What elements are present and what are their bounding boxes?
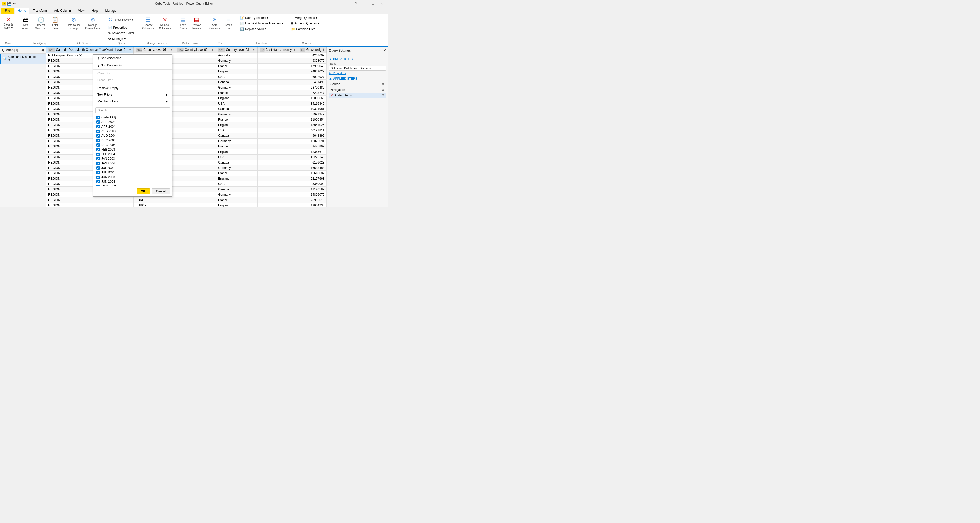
close-apply-btn[interactable]: ✕ Close &Apply ▾ — [2, 15, 14, 30]
col-header-gross-weight[interactable]: 1.2 Gross weight — [298, 47, 326, 53]
filter-ok-btn[interactable]: OK — [137, 188, 150, 194]
tab-file[interactable]: File — [1, 8, 14, 14]
filter-cancel-btn[interactable]: Cancel — [152, 188, 170, 194]
sort-descending-item[interactable]: ↓ Sort Descending — [94, 62, 172, 69]
filter-item-dec2004[interactable]: DEC 2004 — [95, 143, 170, 147]
group-by-btn[interactable]: ≡ GroupBy — [223, 15, 234, 31]
remove-empty-item[interactable]: Remove Empty — [94, 85, 172, 91]
keep-rows-btn[interactable]: ▤ KeepRows ▾ — [177, 15, 189, 31]
save-icon[interactable]: 💾 — [7, 2, 11, 6]
col-header-country-01[interactable]: ABC Country.Level 01 ▼ — [134, 47, 175, 53]
filter-apr2004-checkbox[interactable] — [97, 125, 100, 128]
minimize-btn[interactable]: ─ — [360, 1, 369, 6]
ribbon-group-transform: 📝 Data Type: Text ▾ 📊 Use First Row as H… — [236, 15, 287, 45]
tab-home[interactable]: Home — [14, 8, 29, 14]
filter-search-input[interactable] — [95, 107, 170, 113]
filter-item-feb2003[interactable]: FEB 2003 — [95, 147, 170, 152]
filter-item-jun2003[interactable]: JUN 2003 — [95, 175, 170, 180]
filter-select-all-checkbox[interactable] — [97, 116, 100, 119]
step-navigation[interactable]: Navigation ⚙ — [329, 87, 386, 92]
tab-view[interactable]: View — [75, 8, 88, 14]
col-header-cost-stats[interactable]: 1.2 Cost stats currency ▼ — [257, 47, 298, 53]
maximize-btn[interactable]: □ — [369, 1, 377, 6]
filter-item-jan2003[interactable]: JAN 2003 — [95, 156, 170, 161]
filter-jun2004-checkbox[interactable] — [97, 180, 100, 183]
step-navigation-gear-icon[interactable]: ⚙ — [382, 88, 384, 92]
undo-icon[interactable]: ↩ — [12, 2, 16, 6]
col-filter-cal-year-btn[interactable]: ▼ — [129, 48, 131, 51]
filter-jan2004-checkbox[interactable] — [97, 162, 100, 165]
tab-manage[interactable]: Manage — [102, 8, 119, 14]
properties-btn[interactable]: 📄 Properties — [107, 25, 129, 30]
new-source-btn[interactable]: 🗃 NewSource ▾ — [19, 15, 32, 31]
filter-jan2003-checkbox[interactable] — [97, 157, 100, 161]
filter-dec2004-checkbox[interactable] — [97, 143, 100, 147]
filter-item-jul2004[interactable]: JUL 2004 — [95, 170, 170, 175]
data-source-settings-btn[interactable]: ⚙ Data sourcesettings — [65, 15, 83, 31]
step-added-items-gear-icon[interactable]: ⚙ — [382, 94, 384, 97]
step-added-items-delete-icon[interactable]: ✕ — [331, 94, 333, 97]
col-filter-country-01-btn[interactable]: ▼ — [170, 48, 172, 51]
recent-sources-btn[interactable]: 🕒 RecentSources ▾ — [33, 15, 48, 31]
filter-item-aug2004[interactable]: AUG 2004 — [95, 134, 170, 138]
manage-btn[interactable]: ⚙ Manage ▾ — [107, 36, 127, 41]
filter-jul2004-checkbox[interactable] — [97, 171, 100, 174]
filter-select-all[interactable]: (Select All) — [95, 115, 170, 120]
filter-item-mar1030[interactable]: MAR 1030 — [95, 184, 170, 186]
step-source[interactable]: Source ⚙ — [329, 81, 386, 87]
refresh-preview-btn[interactable]: ↻ Refresh Preview ▾ — [107, 15, 135, 24]
close-btn[interactable]: ✕ — [378, 1, 386, 6]
tab-transform[interactable]: Transform — [30, 8, 50, 14]
data-type-btn[interactable]: 📝 Data Type: Text ▾ — [239, 15, 270, 21]
manage-parameters-btn[interactable]: ⚙ ManageParameters ▾ — [83, 15, 102, 31]
col-header-country-03[interactable]: ABC Country.Level 03 ▼ — [216, 47, 257, 53]
sort-ascending-item[interactable]: ↑ Sort Ascending — [94, 55, 172, 62]
col-filter-country-02-btn[interactable]: ▼ — [211, 48, 214, 51]
split-column-btn[interactable]: ⫸ SplitColumn ▾ — [207, 15, 222, 31]
help-btn[interactable]: ? — [352, 1, 360, 6]
filter-feb2003-checkbox[interactable] — [97, 148, 100, 151]
step-source-gear-icon[interactable]: ⚙ — [382, 83, 384, 86]
filter-aug2004-checkbox[interactable] — [97, 134, 100, 138]
filter-item-feb2004[interactable]: FEB 2004 — [95, 152, 170, 156]
step-added-items[interactable]: ✕ Added Items ⚙ — [329, 92, 386, 98]
filter-item-jun2004[interactable]: JUN 2004 — [95, 180, 170, 184]
filter-mar1030-checkbox[interactable] — [97, 185, 100, 186]
append-queries-btn[interactable]: ⊞ Append Queries ▾ — [290, 21, 321, 26]
filter-item-apr2004[interactable]: APR 2004 — [95, 124, 170, 129]
filter-jun2003-checkbox[interactable] — [97, 175, 100, 179]
filter-item-dec2003[interactable]: DEC 2003 — [95, 138, 170, 143]
remove-columns-btn[interactable]: ✕ RemoveColumns ▾ — [157, 15, 173, 31]
query-item-sales[interactable]: 📊 Sales and Distribution: O... — [0, 54, 46, 64]
filter-item-jan2004[interactable]: JAN 2004 — [95, 161, 170, 165]
name-input[interactable] — [329, 65, 386, 71]
col-filter-cost-stats-btn[interactable]: ▼ — [293, 48, 296, 51]
col-header-country-02[interactable]: ABC Country.Level 02 ▼ — [175, 47, 216, 53]
all-properties-link[interactable]: All Properties — [329, 72, 386, 75]
replace-values-btn[interactable]: 🔄 Replace Values — [239, 27, 268, 32]
merge-queries-btn[interactable]: ⇶ Merge Queries ▾ — [290, 15, 319, 21]
close-query-settings-icon[interactable]: ✕ — [383, 49, 386, 52]
tab-help[interactable]: Help — [89, 8, 102, 14]
filter-item-aug2003[interactable]: AUG 2003 — [95, 129, 170, 134]
filter-apr2003-checkbox[interactable] — [97, 121, 100, 124]
col-filter-country-03-btn[interactable]: ▼ — [253, 48, 255, 51]
filter-feb2004-checkbox[interactable] — [97, 153, 100, 156]
remove-rows-btn[interactable]: ▤ RemoveRows ▾ — [190, 15, 203, 31]
data-sources-group-label: Data Sources — [76, 42, 91, 45]
combine-files-btn[interactable]: 📁 Combine Files — [290, 27, 318, 32]
use-first-row-btn[interactable]: 📊 Use First Row as Headers ▾ — [239, 21, 285, 26]
text-filters-item[interactable]: Text Filters ▶ — [94, 91, 172, 98]
collapse-queries-icon[interactable]: ◀ — [41, 48, 44, 52]
member-filters-item[interactable]: Member Filters ▶ — [94, 98, 172, 105]
filter-aug2003-checkbox[interactable] — [97, 130, 100, 133]
tab-add-column[interactable]: Add Column — [51, 8, 74, 14]
filter-item-jul2003[interactable]: JUL 2003 — [95, 165, 170, 170]
advanced-editor-btn[interactable]: ✎ Advanced Editor — [107, 30, 136, 36]
filter-item-apr2003[interactable]: APR 2003 — [95, 120, 170, 124]
filter-jul2003-checkbox[interactable] — [97, 166, 100, 170]
enter-data-btn[interactable]: 📋 EnterData — [49, 15, 61, 31]
filter-dec2003-checkbox[interactable] — [97, 139, 100, 142]
col-header-cal-year[interactable]: ABC Calendar Year/Month.Calendar Year/Mo… — [46, 47, 134, 53]
choose-columns-btn[interactable]: ☰ ChooseColumns ▾ — [140, 15, 156, 31]
